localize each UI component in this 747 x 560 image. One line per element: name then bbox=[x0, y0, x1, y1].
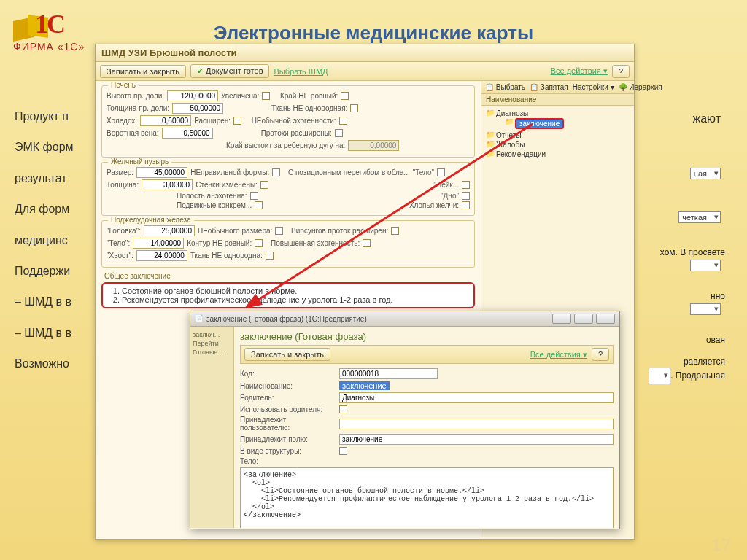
group-conclusion-label: Общее заключение bbox=[104, 272, 475, 280]
w2-save-close-button[interactable]: Записать и закрыть bbox=[244, 348, 330, 361]
select-chetkaya[interactable]: четкая bbox=[678, 211, 721, 223]
conclusion-item-2: Рекомендуется профилактическое наблюдени… bbox=[122, 295, 468, 304]
frag-nno: нно bbox=[711, 289, 725, 303]
conclusion-item-1: Состояние органов брюшной полости в норм… bbox=[122, 287, 468, 295]
field-name-highlight[interactable]: заключение bbox=[339, 381, 390, 390]
chk-protoki-rassh[interactable] bbox=[335, 129, 343, 137]
right-tree[interactable]: Диагнозы заключение Отчеты Жалобы Рекоме… bbox=[481, 106, 634, 162]
chk-pj-virsungov[interactable] bbox=[391, 227, 399, 235]
group-zhelch: Желчный пузырь Размер: НЕправильной форм… bbox=[101, 162, 475, 216]
input-vorotnaya[interactable] bbox=[162, 128, 213, 139]
save-close-button[interactable]: Записать и закрыть bbox=[100, 65, 186, 78]
chk-as-structure[interactable] bbox=[339, 447, 347, 455]
group-label-zhelch: Желчный пузырь bbox=[108, 158, 171, 166]
chk-neobych-echo[interactable] bbox=[339, 117, 347, 125]
right-settings[interactable]: Настройки ▾ bbox=[573, 83, 614, 91]
choose-shmd-link[interactable]: Выбрать ШМД bbox=[274, 67, 328, 76]
input-pj-golovka[interactable] bbox=[144, 225, 195, 236]
chk-pj-kontur[interactable] bbox=[255, 239, 263, 247]
input-tol-pr-doli[interactable] bbox=[172, 103, 223, 114]
side-zakl[interactable]: заключ... bbox=[193, 331, 231, 338]
input-pj-hvost[interactable] bbox=[136, 250, 187, 261]
window-title: ШМД УЗИ Брюшной полости bbox=[96, 44, 634, 62]
input-z-tolshina[interactable] bbox=[142, 179, 193, 190]
minimize-button[interactable] bbox=[552, 314, 571, 324]
input-kray-za-reb[interactable] bbox=[348, 140, 399, 151]
field-parent[interactable] bbox=[339, 392, 614, 403]
input-z-razmer[interactable] bbox=[136, 167, 187, 178]
fragment-zhaut: жают bbox=[692, 112, 721, 125]
right-hierarchy[interactable]: 🌳 Иерархия bbox=[619, 83, 662, 91]
slide-title: Электронные медицинские карты bbox=[0, 22, 747, 44]
chk-z-anehog[interactable] bbox=[250, 192, 258, 200]
conclusion-box: Состояние органов брюшной полости в норм… bbox=[101, 282, 475, 308]
field-code[interactable] bbox=[339, 368, 438, 379]
chk-rasshiren[interactable] bbox=[233, 117, 241, 125]
window-zaklyuchenie-phrase: 📄 заключение (Готовая фраза) (1С:Предпри… bbox=[190, 311, 620, 529]
frag-ovaya: овая bbox=[706, 332, 725, 347]
select-blank-3[interactable] bbox=[649, 368, 670, 384]
side-pereiti[interactable]: Перейти bbox=[193, 340, 231, 347]
window2-title: заключение (Готовая фраза) (1С:Предприят… bbox=[206, 315, 549, 323]
chk-use-parent[interactable] bbox=[339, 405, 347, 413]
right-comma[interactable]: 📋 Запятая bbox=[530, 83, 568, 91]
chk-z-hlopya[interactable] bbox=[462, 201, 470, 209]
w2-all-actions[interactable]: Все действия ▾ bbox=[530, 350, 587, 359]
toolbar-main: Записать и закрыть Документ готов Выбрат… bbox=[96, 62, 634, 81]
field-owner[interactable] bbox=[339, 419, 614, 429]
chk-pj-neobych[interactable] bbox=[275, 227, 283, 235]
body-xml-textarea[interactable]: <заключение> <ol> <li>Состояние органов … bbox=[240, 467, 614, 528]
doc-ready-button[interactable]: Документ готов bbox=[190, 64, 269, 78]
chk-z-sheyka[interactable] bbox=[462, 181, 470, 189]
chk-z-peregib-telo[interactable] bbox=[437, 168, 445, 176]
group-podzh: Поджелудочная железа "Головка": НЕобычно… bbox=[101, 220, 475, 268]
window2-titlebar: 📄 заключение (Готовая фраза) (1С:Предпри… bbox=[190, 311, 619, 327]
window2-sidebar: заключ... Перейти Готовые ... bbox=[190, 327, 234, 528]
close-button[interactable] bbox=[596, 314, 615, 324]
chk-z-nepr-forma[interactable] bbox=[272, 168, 280, 176]
app-icon: 📄 bbox=[195, 314, 204, 323]
chk-z-konkrem[interactable] bbox=[255, 201, 263, 209]
select-blank-1[interactable] bbox=[690, 260, 721, 271]
tree-otchety[interactable]: Отчеты bbox=[486, 131, 630, 140]
right-choose[interactable]: 📋 Выбрать bbox=[485, 83, 525, 91]
chk-tkan-neodn[interactable] bbox=[350, 104, 358, 112]
tree-diagnozy[interactable]: Диагнозы заключение bbox=[486, 109, 630, 131]
input-vys-pr-doli[interactable] bbox=[167, 90, 218, 101]
right-col-head: Наименование bbox=[481, 94, 634, 106]
group-label-podzh: Поджелудочная железа bbox=[108, 216, 194, 224]
chk-kray-nerov[interactable] bbox=[341, 92, 349, 100]
input-pj-telo[interactable] bbox=[133, 238, 184, 249]
tree-zhaloby[interactable]: Жалобы bbox=[486, 140, 630, 149]
chk-uvelichena[interactable] bbox=[262, 92, 270, 100]
w2-help-button[interactable]: ? bbox=[592, 348, 609, 361]
help-button[interactable]: ? bbox=[612, 65, 630, 78]
group-pechen: Печень Высота пр. доли: Увеличена: Край … bbox=[101, 85, 475, 158]
frag-prosvete: хом. В просвете bbox=[660, 245, 725, 260]
side-gotovye[interactable]: Готовые ... bbox=[193, 349, 231, 356]
all-actions-menu[interactable]: Все действия ▾ bbox=[551, 66, 608, 76]
chk-pj-tkan[interactable] bbox=[266, 252, 274, 260]
maximize-button[interactable] bbox=[574, 314, 593, 324]
tree-zaklyuchenie[interactable]: заключение bbox=[505, 117, 630, 130]
tree-rekomendacii[interactable]: Рекомендации bbox=[486, 149, 630, 159]
chk-z-stenki[interactable] bbox=[260, 181, 268, 189]
chk-z-dno[interactable] bbox=[462, 192, 470, 200]
input-holedoh[interactable] bbox=[140, 115, 191, 126]
select-naya[interactable]: ная bbox=[690, 168, 721, 179]
window2-heading: заключение (Готовая фраза) bbox=[240, 331, 614, 342]
group-label-pechen: Печень bbox=[108, 81, 139, 89]
field-belongs-to[interactable] bbox=[339, 434, 614, 445]
page-number: 17 bbox=[711, 535, 731, 556]
chk-pj-povysh-echo[interactable] bbox=[363, 239, 371, 247]
select-blank-2[interactable] bbox=[690, 303, 721, 315]
